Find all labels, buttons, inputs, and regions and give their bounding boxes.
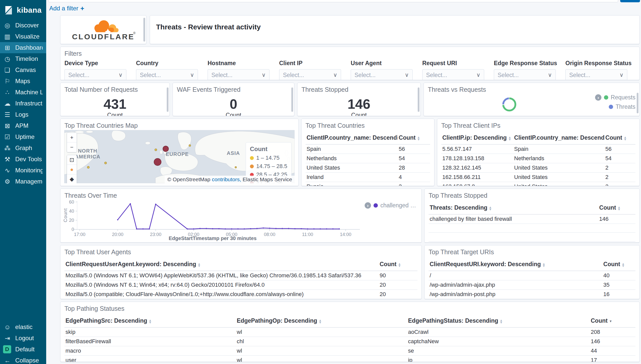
polygon-tool-button[interactable]: ◆ bbox=[67, 174, 77, 183]
column-header-count[interactable]: Count▴▾ bbox=[602, 259, 635, 271]
column-header-clientip-country-name-descending[interactable]: ClientIP.country_name: Descending▴▾ bbox=[513, 132, 604, 144]
world-map[interactable]: NORTH AMERICAEUROPEASIA +− ⊡●◆■ Count 1 … bbox=[64, 130, 295, 183]
query-bar[interactable] bbox=[48, 0, 618, 2]
sidebar-item-label: Management bbox=[15, 178, 43, 185]
zoom-in-button[interactable]: + bbox=[67, 133, 77, 142]
scrollbar-thumb[interactable] bbox=[637, 93, 638, 113]
table-cell: 6 bbox=[602, 299, 635, 299]
legend-expand-chevron-icon[interactable]: › bbox=[365, 202, 371, 209]
legend-label[interactable]: Threats bbox=[616, 103, 635, 110]
table-cell: 90 bbox=[379, 271, 417, 280]
sidebar-item-discover[interactable]: ◎Discover bbox=[0, 20, 46, 31]
table-row: macrowlse44 bbox=[64, 346, 635, 356]
sort-icon: ▾ bbox=[610, 320, 612, 322]
column-header-count[interactable]: Count▴▾ bbox=[604, 132, 635, 144]
user-agent-select[interactable]: Select...∨ bbox=[351, 69, 413, 80]
sort-icon: ▴▾ bbox=[509, 136, 511, 141]
scrollbar-thumb[interactable] bbox=[143, 18, 145, 42]
table-row: United States28 bbox=[306, 163, 430, 173]
sidebar-item-visualize[interactable]: ▥Visualize bbox=[0, 31, 46, 42]
sidebar-item-dev-tools[interactable]: ⚒Dev Tools bbox=[0, 154, 46, 165]
bar-chart-icon: ▥ bbox=[4, 33, 11, 40]
panel-waf-events-triggered: WAF Events Triggered0Count bbox=[173, 83, 294, 116]
table-row: /wp-admin/admin-post.php16 bbox=[429, 290, 635, 299]
crop-tool-button[interactable]: ⊡ bbox=[67, 155, 77, 165]
column-header-clientip-country-name-descending[interactable]: ClientIP.country_name: Descending▴▾ bbox=[306, 132, 398, 144]
zoom-out-button[interactable]: − bbox=[67, 142, 77, 152]
edge-response-status-select[interactable]: Select...∨ bbox=[494, 69, 556, 80]
table-cell: filterBasedFirewall bbox=[64, 337, 236, 346]
filter-country: CountrySelect...∨ bbox=[136, 60, 198, 80]
circle-tool-button[interactable]: ● bbox=[67, 165, 77, 174]
sidebar-item-uptime[interactable]: ☑Uptime bbox=[0, 131, 46, 142]
column-header-clientip-ip-descending[interactable]: ClientIP.ip: Descending▴▾ bbox=[441, 132, 513, 144]
sidebar-item-default[interactable]: DDefault bbox=[0, 344, 46, 355]
table-row: 178.128.193.158Netherlands54 bbox=[441, 154, 635, 163]
panel-threats-over-time: Threats Over Time 020406017:0020:0023:00… bbox=[60, 189, 422, 243]
column-header-clientrequestuseragent-keyword-descending[interactable]: ClientRequestUserAgent.keyword: Descendi… bbox=[64, 259, 379, 271]
column-header-count[interactable]: Count▾ bbox=[590, 315, 635, 327]
sidebar-item-logs[interactable]: ☰Logs bbox=[0, 109, 46, 120]
sidebar-item-logout[interactable]: ⇥Logout bbox=[0, 333, 46, 344]
filter-edge-response-status: Edge Response StatusSelect...∨ bbox=[494, 60, 556, 80]
sidebar-item-apm[interactable]: ⊠APM bbox=[0, 120, 46, 131]
legend-label[interactable]: challenged b... bbox=[380, 202, 418, 209]
table-top-threat-user-agents: ClientRequestUserAgent.keyword: Descendi… bbox=[64, 259, 417, 299]
column-header-threats-descending[interactable]: Threats: Descending▴▾ bbox=[429, 202, 598, 214]
sidebar-item-infrastructure[interactable]: ☁Infrastructure bbox=[0, 98, 46, 109]
map-controls: +− ⊡●◆■ bbox=[67, 133, 77, 183]
table-cell bbox=[429, 224, 598, 233]
select-placeholder: Select... bbox=[355, 72, 376, 79]
select-placeholder: Select... bbox=[569, 72, 590, 79]
kibana-logo[interactable]: kibana bbox=[0, 0, 46, 20]
table-cell: macro bbox=[64, 346, 236, 356]
sidebar-item-dashboard[interactable]: ⊞Dashboard bbox=[0, 42, 46, 53]
sidebar-item-timelion[interactable]: ◷Timelion bbox=[0, 53, 46, 64]
origin-response-status-select[interactable]: Select...∨ bbox=[565, 69, 627, 80]
scrollbar-thumb[interactable] bbox=[167, 87, 168, 112]
legend-label[interactable]: Requests bbox=[611, 94, 635, 101]
sidebar-item-collapse[interactable]: ←Collapse bbox=[0, 355, 46, 364]
column-header-edgepathingstatus-descending[interactable]: EdgePathingStatus: Descending▴▾ bbox=[407, 315, 590, 327]
column-header-edgepathingsrc-descending[interactable]: EdgePathingSrc: Descending▴▾ bbox=[64, 315, 236, 327]
sidebar-item-label: Maps bbox=[15, 78, 30, 85]
sidebar-item-label: Dashboard bbox=[15, 44, 43, 51]
table-cell: Mozilla/5.0 (Windows NT 6.1; Win64; x64;… bbox=[64, 280, 379, 290]
threats-vs-requests-donut[interactable] bbox=[495, 90, 523, 116]
sidebar-item-machine-le[interactable]: ∴Machine Le... bbox=[0, 87, 46, 98]
request-uri-select[interactable]: Select...∨ bbox=[422, 69, 484, 80]
chevron-down-icon: ∨ bbox=[190, 72, 194, 78]
sort-icon: ▴▾ bbox=[500, 319, 502, 324]
country-select[interactable]: Select...∨ bbox=[136, 69, 198, 80]
column-header-count[interactable]: Count▴▾ bbox=[379, 259, 417, 271]
update-button[interactable] bbox=[620, 0, 640, 2]
attribution-link[interactable]: contributors, bbox=[212, 176, 241, 182]
table-row: 162.158.66.211United States2 bbox=[441, 173, 635, 182]
sidebar-item-maps[interactable]: ⚐Maps bbox=[0, 76, 46, 87]
select-placeholder: Select... bbox=[426, 72, 447, 79]
hostname-select[interactable]: Select...∨ bbox=[208, 69, 269, 80]
sidebar-item-canvas[interactable]: ❏Canvas bbox=[0, 64, 46, 76]
legend-expand-chevron-icon[interactable]: › bbox=[595, 94, 601, 101]
column-header-count[interactable]: Count▴▾ bbox=[598, 202, 635, 214]
add-filter-label: Add a filter bbox=[49, 5, 78, 12]
column-header-edgepathingop-descending[interactable]: EdgePathingOp: Descending▴▾ bbox=[236, 315, 407, 327]
sidebar-item-graph[interactable]: ⁂Graph bbox=[0, 142, 46, 154]
device-type-select[interactable]: Select...∨ bbox=[64, 69, 126, 80]
table-cell: United States bbox=[513, 163, 604, 173]
client-ip-select[interactable]: Select...∨ bbox=[279, 69, 341, 80]
add-filter-link[interactable]: Add a filter + bbox=[49, 5, 84, 12]
chevron-down-icon: ∨ bbox=[333, 72, 337, 78]
table-row: 5.56.57.147Spain56 bbox=[441, 144, 635, 154]
sort-icon: ▴▾ bbox=[198, 262, 200, 267]
scrollbar-thumb[interactable] bbox=[291, 87, 293, 112]
sidebar-item-label: Logout bbox=[15, 335, 34, 342]
column-header-count[interactable]: Count▴▾ bbox=[398, 132, 430, 144]
table-cell: wl bbox=[236, 356, 407, 362]
sidebar-item-elastic[interactable]: ☺elastic bbox=[0, 321, 46, 333]
sidebar: kibana ◎Discover▥Visualize⊞Dashboard◷Tim… bbox=[0, 0, 46, 364]
sidebar-item-monitoring[interactable]: ∿Monitoring bbox=[0, 165, 46, 176]
column-header-clientrequesturi-keyword-descending[interactable]: ClientRequestURI.keyword: Descending▴▾ bbox=[429, 259, 602, 271]
scrollbar-thumb[interactable] bbox=[418, 87, 419, 112]
sidebar-item-management[interactable]: ⚙Management bbox=[0, 176, 46, 187]
